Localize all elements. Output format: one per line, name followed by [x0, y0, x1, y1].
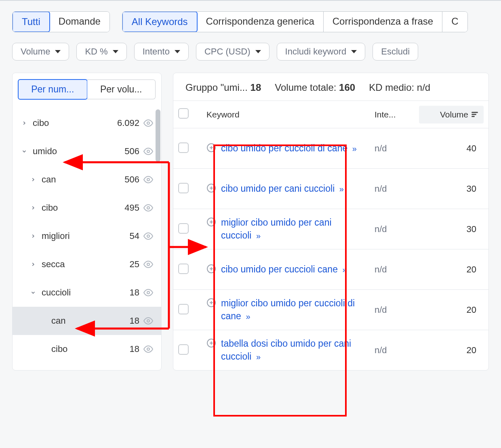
keyword-link[interactable]: tabella dosi cibo umido per cani cucciol… — [221, 338, 351, 361]
chevron-down-icon — [113, 50, 118, 53]
sort-desc-icon — [472, 112, 478, 117]
chevron-down-icon — [175, 50, 180, 53]
volume-value: 40 — [419, 143, 484, 154]
intent-value: n/d — [375, 224, 419, 234]
keyword-link[interactable]: cibo umido per cuccioli di cane — [221, 143, 347, 153]
chevron-right-icon — [29, 177, 38, 182]
row-checkbox[interactable] — [178, 264, 189, 274]
group-name: Gruppo "umi... — [185, 82, 248, 93]
filter-volume[interactable]: Volume — [12, 43, 69, 61]
filter-intent[interactable]: Intento — [134, 43, 189, 61]
chevron-right-icon — [29, 262, 38, 267]
tab-domande[interactable]: Domande — [50, 12, 109, 32]
table-row: tabella dosi cibo umido per cani cucciol… — [173, 330, 488, 370]
select-all-checkbox[interactable] — [178, 108, 189, 119]
tab-phrase-match[interactable]: Corrispondenza a frase — [324, 12, 442, 32]
volume-value: 20 — [419, 345, 484, 356]
tree-item-count: 506 — [124, 146, 139, 157]
eye-icon[interactable] — [143, 344, 153, 354]
expand-keyword-icon[interactable] — [206, 264, 216, 274]
intent-value: n/d — [375, 143, 419, 154]
table-row: cibo umido per cuccioli di cane »n/d40 — [173, 128, 488, 168]
tree-item-count: 506 — [124, 174, 139, 185]
tab-overflow[interactable]: C — [442, 12, 467, 32]
filter-include-keyword[interactable]: Includi keyword — [277, 43, 366, 61]
svg-point-6 — [147, 291, 149, 294]
keyword-link[interactable]: cibo umido per cani cuccioli — [221, 183, 335, 194]
table-header-row: Keyword Inte... Volume — [173, 100, 488, 128]
chevron-down-icon — [351, 50, 357, 53]
expand-keyword-icon[interactable] — [206, 338, 216, 348]
keyword-link[interactable]: cibo umido per cuccioli cane — [221, 264, 338, 274]
tree-item-cuccioli[interactable]: cuccioli18 — [13, 278, 161, 307]
eye-icon[interactable] — [143, 316, 153, 326]
volume-value: 20 — [419, 264, 484, 275]
eye-icon[interactable] — [143, 231, 153, 241]
sort-by-number[interactable]: Per num... — [18, 79, 88, 100]
svg-point-2 — [147, 178, 149, 181]
filter-kd[interactable]: KD % — [76, 43, 126, 61]
tab-all-keywords[interactable]: All Keywords — [122, 11, 198, 32]
volume-value: 30 — [419, 184, 484, 194]
double-chevron-icon[interactable]: » — [337, 184, 344, 193]
row-checkbox[interactable] — [178, 142, 189, 153]
tree-item-count: 495 — [124, 203, 139, 213]
eye-icon[interactable] — [143, 260, 153, 269]
eye-icon[interactable] — [143, 147, 153, 156]
tree-item-can[interactable]: can506 — [13, 165, 161, 194]
tree-item-label: cuccioli — [42, 287, 130, 298]
row-checkbox[interactable] — [178, 223, 189, 234]
eye-icon[interactable] — [143, 288, 153, 297]
tree-item-can[interactable]: can18 — [13, 307, 161, 335]
tree-item-cibo[interactable]: cibo495 — [13, 194, 161, 222]
chevron-right-icon — [29, 233, 38, 239]
scrollbar-thumb[interactable] — [156, 109, 160, 162]
tab-broad-match[interactable]: Corrispondenza generica — [197, 12, 324, 32]
intent-value: n/d — [375, 184, 419, 194]
keyword-link[interactable]: miglior cibo umido per cani cuccioli — [221, 217, 332, 240]
expand-keyword-icon[interactable] — [206, 298, 216, 308]
keyword-groups-panel: Per num... Per volu... cibo6.092umido506… — [12, 73, 162, 371]
tree-item-count: 25 — [130, 259, 139, 270]
sort-by-volume[interactable]: Per volu... — [87, 80, 156, 99]
avg-kd-value: n/d — [417, 82, 430, 93]
tree-item-migliori[interactable]: migliori54 — [13, 222, 161, 250]
tree-item-label: cibo — [51, 344, 130, 354]
tree-item-umido[interactable]: umido506 — [13, 137, 161, 165]
double-chevron-icon[interactable]: » — [350, 144, 357, 153]
keyword-link[interactable]: miglior cibo umido per cuccioli di cane — [221, 298, 355, 321]
filter-exclude-keyword[interactable]: Escludi — [373, 43, 418, 61]
tab-tutti[interactable]: Tutti — [12, 11, 50, 32]
row-checkbox[interactable] — [178, 183, 189, 193]
table-row: cibo umido per cuccioli cane »n/d20 — [173, 249, 488, 289]
column-keyword[interactable]: Keyword — [206, 110, 375, 119]
tree-item-label: umido — [33, 146, 124, 157]
expand-keyword-icon[interactable] — [206, 143, 216, 153]
double-chevron-icon[interactable]: » — [254, 231, 261, 240]
column-intent[interactable]: Inte... — [375, 110, 419, 119]
eye-icon[interactable] — [143, 203, 153, 213]
tree-item-count: 18 — [130, 316, 139, 326]
filter-cpc[interactable]: CPC (USD) — [196, 43, 269, 61]
tree-item-secca[interactable]: secca25 — [13, 250, 161, 278]
tree-item-label: cibo — [33, 118, 117, 128]
svg-point-3 — [147, 207, 149, 209]
table-row: miglior cibo umido per cani cuccioli »n/… — [173, 209, 488, 249]
expand-keyword-icon[interactable] — [206, 183, 216, 193]
tree-item-cibo[interactable]: cibo6.092 — [13, 109, 161, 137]
tree-item-label: cibo — [42, 203, 124, 213]
svg-point-4 — [147, 235, 149, 237]
double-chevron-icon[interactable]: » — [254, 352, 261, 361]
chevron-down-icon — [55, 50, 61, 53]
top-tab-row: Tutti Domande All Keywords Corrispondenz… — [0, 4, 501, 32]
expand-keyword-icon[interactable] — [206, 217, 216, 227]
eye-icon[interactable] — [143, 118, 153, 128]
column-volume[interactable]: Volume — [419, 106, 484, 124]
tree-item-cibo[interactable]: cibo18 — [13, 335, 161, 363]
row-checkbox[interactable] — [178, 344, 189, 355]
eye-icon[interactable] — [143, 175, 153, 184]
row-checkbox[interactable] — [178, 304, 189, 314]
double-chevron-icon[interactable]: » — [244, 312, 250, 321]
double-chevron-icon[interactable]: » — [340, 265, 347, 274]
intent-value: n/d — [375, 305, 419, 315]
